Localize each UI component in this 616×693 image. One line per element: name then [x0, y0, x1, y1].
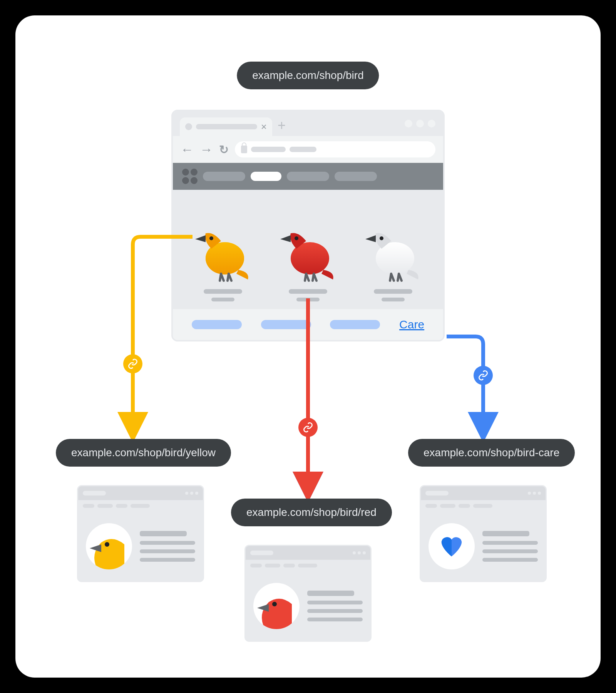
svg-point-6 — [380, 236, 383, 240]
product-card-yellow[interactable] — [192, 216, 254, 301]
browser-tab-strip: × + — [173, 111, 443, 136]
link-icon-yellow — [123, 354, 142, 373]
reload-icon[interactable]: ↻ — [219, 143, 229, 156]
svg-point-8 — [272, 602, 277, 606]
product-card-white[interactable] — [362, 216, 424, 301]
bird-icon-red — [277, 216, 339, 285]
care-url-pill: example.com/shop/bird-care — [408, 439, 575, 467]
nav-item-active[interactable] — [251, 172, 281, 181]
footer-link[interactable] — [192, 320, 242, 329]
window-controls[interactable] — [405, 120, 435, 127]
tab-title — [196, 124, 257, 129]
url-segment — [251, 147, 286, 152]
yellow-url-pill: example.com/shop/bird/yellow — [56, 439, 231, 467]
svg-point-7 — [105, 542, 109, 547]
nav-item[interactable] — [287, 172, 329, 181]
nav-item[interactable] — [335, 172, 377, 181]
bird-icon-yellow — [192, 216, 254, 285]
svg-point-4 — [295, 236, 298, 240]
diagram-canvas: example.com/shop/bird × + ← → ↻ — [15, 15, 601, 678]
svg-point-2 — [209, 236, 213, 240]
close-tab-icon[interactable]: × — [261, 121, 267, 133]
link-icon-blue — [474, 366, 493, 385]
red-url-pill: example.com/shop/bird/red — [231, 499, 392, 526]
result-page-yellow — [77, 485, 204, 582]
bird-icon-white — [362, 216, 424, 285]
care-link[interactable]: Care — [399, 318, 424, 331]
nav-item[interactable] — [203, 172, 245, 181]
back-icon[interactable]: ← — [181, 142, 194, 157]
footer-link[interactable] — [261, 320, 311, 329]
site-logo-icon[interactable] — [182, 169, 198, 184]
browser-tab[interactable]: × — [180, 117, 272, 136]
result-page-red — [244, 545, 372, 642]
lock-icon — [241, 146, 247, 153]
product-listing — [173, 190, 443, 309]
root-url-pill: example.com/shop/bird — [237, 62, 379, 89]
address-bar[interactable] — [235, 141, 435, 157]
forward-icon[interactable]: → — [200, 142, 213, 157]
root-browser-window: × + ← → ↻ — [171, 110, 445, 341]
page-thumbnail-icon — [253, 583, 300, 629]
site-navbar — [173, 163, 443, 190]
new-tab-icon[interactable]: + — [278, 117, 286, 134]
product-card-red[interactable] — [277, 216, 339, 301]
result-page-care — [420, 485, 547, 582]
footer-link-row: Care — [173, 309, 443, 340]
browser-toolbar: ← → ↻ — [173, 136, 443, 163]
url-segment — [290, 147, 316, 152]
tab-favicon — [185, 123, 192, 130]
page-thumbnail-icon — [86, 523, 132, 569]
footer-link[interactable] — [330, 320, 380, 329]
page-thumbnail-icon — [429, 523, 475, 569]
link-icon-red — [298, 418, 318, 437]
